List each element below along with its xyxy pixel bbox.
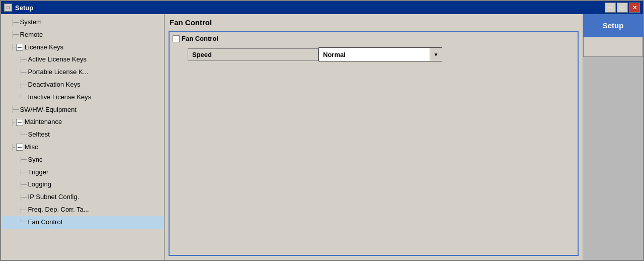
sidebar-item-fan-control[interactable]: └─ Fan Control xyxy=(1,216,164,229)
connector-system: ├─ xyxy=(11,18,19,27)
main-content: Fan Control ─ Fan Control Speed Normal ▼ xyxy=(165,14,583,260)
connector-logging: ├─ xyxy=(19,180,27,189)
main-panel: ─ Fan Control Speed Normal ▼ xyxy=(169,31,579,256)
connector-selftest: └─ xyxy=(19,130,27,140)
connector-remote: ├─ xyxy=(11,30,19,39)
sidebar-item-misc[interactable]: ├ ─ Misc xyxy=(1,141,164,154)
sidebar-label-system: System xyxy=(20,17,42,28)
sidebar-item-sync[interactable]: ├─ Sync xyxy=(1,154,164,166)
sidebar-label-active-license: Active License Keys xyxy=(28,54,87,65)
sidebar-label-fan-control: Fan Control xyxy=(28,217,62,228)
sidebar-item-selftest[interactable]: └─ Selftest xyxy=(1,128,164,141)
scrollbar-area xyxy=(583,37,643,260)
maximize-button[interactable]: □ xyxy=(617,3,628,13)
expand-license-keys[interactable]: ─ xyxy=(16,44,23,51)
sidebar-item-remote[interactable]: ├─ Remote xyxy=(1,29,164,41)
speed-control: Normal ▼ xyxy=(318,47,442,61)
expand-misc[interactable]: ─ xyxy=(16,144,23,151)
sidebar-item-trigger[interactable]: ├─ Trigger xyxy=(1,166,164,179)
scrollbar-thumb[interactable] xyxy=(583,37,643,57)
speed-dropdown[interactable]: Normal ▼ xyxy=(318,47,442,61)
sidebar-item-maintenance[interactable]: ├ ─ Maintenance xyxy=(1,116,164,128)
connector-misc: ├ xyxy=(11,143,15,152)
sidebar-item-freq-dep[interactable]: ├─ Freq. Dep. Corr. Ta... xyxy=(1,204,164,216)
connector-license-keys: ├ xyxy=(11,43,15,52)
connector-maintenance: ├ xyxy=(11,118,15,127)
setup-button[interactable]: Setup xyxy=(583,14,643,37)
connector-active-license: ├─ xyxy=(19,55,27,64)
sidebar-label-selftest: Selftest xyxy=(28,129,50,140)
sidebar-item-logging[interactable]: ├─ Logging xyxy=(1,178,164,191)
dropdown-arrow-icon[interactable]: ▼ xyxy=(430,48,442,61)
connector-freq-dep: ├─ xyxy=(19,206,27,215)
sidebar-item-active-license[interactable]: ├─ Active License Keys xyxy=(1,53,164,66)
sidebar-label-inactive-license: Inactive License Keys xyxy=(28,92,92,103)
sidebar-item-inactive-license[interactable]: └─ Inactive License Keys xyxy=(1,91,164,104)
sidebar-item-license-keys[interactable]: ├ ─ License Keys xyxy=(1,41,164,54)
sidebar-label-ip-subnet: IP Subnet Config. xyxy=(28,192,79,203)
connector-ip-subnet: ├─ xyxy=(19,193,27,202)
minimize-button[interactable]: ─ xyxy=(605,3,616,13)
window-title: Setup xyxy=(15,4,33,12)
sidebar-label-logging: Logging xyxy=(28,179,51,190)
connector-deactivation-keys: ├─ xyxy=(19,81,27,90)
sidebar-label-portable-license: Portable License K... xyxy=(28,67,89,78)
connector-fan-control: └─ xyxy=(19,218,27,227)
sidebar-item-ip-subnet[interactable]: ├─ IP Subnet Config. xyxy=(1,191,164,204)
panel-expand-icon[interactable]: ─ xyxy=(173,35,180,42)
panel-row-speed: Speed Normal ▼ xyxy=(188,47,575,61)
speed-dropdown-value: Normal xyxy=(319,49,430,60)
sidebar-label-trigger: Trigger xyxy=(28,167,49,178)
connector-portable-license: ├─ xyxy=(19,68,27,77)
connector-sync: ├─ xyxy=(19,155,27,164)
connector-trigger: ├─ xyxy=(19,168,27,177)
sidebar-item-portable-license[interactable]: ├─ Portable License K... xyxy=(1,66,164,79)
close-button[interactable]: ✕ xyxy=(629,3,640,13)
sidebar-label-deactivation-keys: Deactivation Keys xyxy=(28,80,80,90)
panel-section-header: ─ Fan Control xyxy=(173,35,575,42)
sidebar-item-system[interactable]: ├─ System xyxy=(1,16,164,29)
title-bar-buttons: ─ □ ✕ xyxy=(605,3,640,13)
window-body: ├─ System ├─ Remote ├ ─ License Keys ├─ … xyxy=(1,14,643,260)
connector-swhw: ├─ xyxy=(11,105,19,114)
sidebar-item-swhw[interactable]: ├─ SW/HW-Equipment xyxy=(1,104,164,116)
speed-label: Speed xyxy=(188,48,318,61)
expand-maintenance[interactable]: ─ xyxy=(16,119,23,126)
sidebar-label-remote: Remote xyxy=(20,30,43,40)
connector-inactive-license: └─ xyxy=(19,93,27,102)
sidebar-label-maintenance: Maintenance xyxy=(25,117,62,127)
sidebar-label-license-keys: License Keys xyxy=(25,42,63,53)
sidebar-item-deactivation-keys[interactable]: ├─ Deactivation Keys xyxy=(1,79,164,91)
sidebar-label-swhw: SW/HW-Equipment xyxy=(20,105,76,115)
right-panel: Setup xyxy=(583,14,643,260)
main-window: □ Setup ─ □ ✕ ├─ System ├─ Remote ├ xyxy=(0,0,644,261)
window-icon: □ xyxy=(4,4,12,12)
sidebar: ├─ System ├─ Remote ├ ─ License Keys ├─ … xyxy=(1,14,165,260)
sidebar-label-misc: Misc xyxy=(25,142,38,153)
panel-section-title: Fan Control xyxy=(182,35,218,42)
main-header: Fan Control xyxy=(169,18,579,27)
sidebar-label-sync: Sync xyxy=(28,155,43,165)
title-bar: □ Setup ─ □ ✕ xyxy=(1,1,643,14)
title-bar-left: □ Setup xyxy=(4,4,33,12)
sidebar-label-freq-dep: Freq. Dep. Corr. Ta... xyxy=(28,205,89,215)
